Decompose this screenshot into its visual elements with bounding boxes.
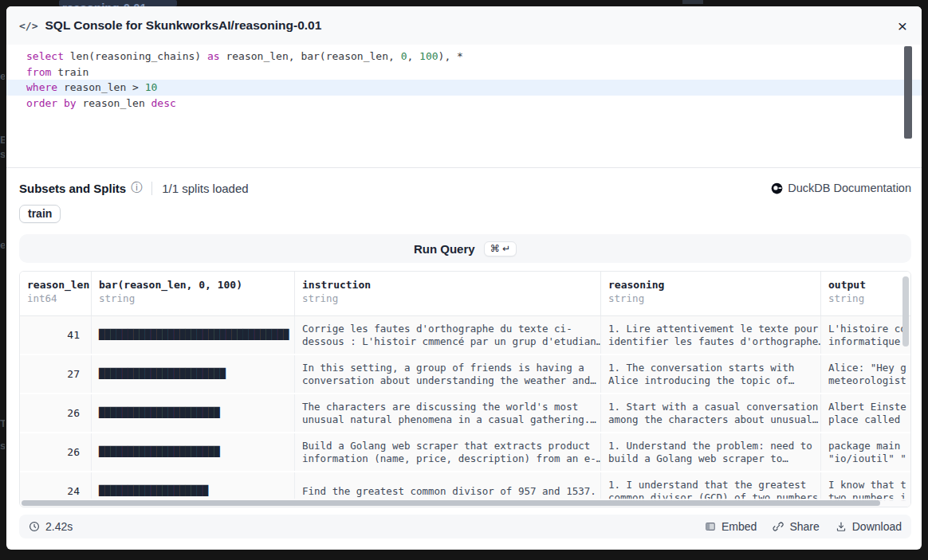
query-duration-value: 2.42s xyxy=(45,520,73,533)
close-icon[interactable]: × xyxy=(895,16,910,36)
table-vertical-scrollbar-thumb[interactable] xyxy=(902,276,909,347)
cell-bar-reason-len-0-100-[interactable]: ██████████████████████ xyxy=(92,355,295,393)
modal-header: </> SQL Console for SkunkworksAI/reasoni… xyxy=(6,6,922,45)
footer-actions: Embed Share Download xyxy=(705,520,902,533)
background-edge-letter: B xyxy=(0,134,5,146)
cell-reason-len[interactable]: 27 xyxy=(20,355,92,393)
background-edge-letter: s xyxy=(0,148,5,160)
divider xyxy=(151,182,152,195)
results-table: reason_lenint64bar(reason_len, 0, 100)st… xyxy=(19,271,911,507)
cell-bar-reason-len-0-100-[interactable]: █████████████████████ xyxy=(92,433,295,471)
table-horizontal-scrollbar-thumb[interactable] xyxy=(22,500,880,506)
column-header-reason-len: reason_lenint64 xyxy=(20,272,92,315)
sql-code-line: where reason_len > 10 xyxy=(6,80,922,96)
cell-instruction[interactable]: In this setting, a group of friends is h… xyxy=(295,355,601,393)
splits-chips: train xyxy=(19,205,911,223)
cell-reason-len[interactable]: 41 xyxy=(20,316,92,354)
background-edge-letter: T xyxy=(0,417,5,429)
table-row[interactable]: 27██████████████████████In this setting,… xyxy=(20,355,910,394)
cell-instruction[interactable]: The characters are discussing the world'… xyxy=(295,394,601,432)
table-row[interactable]: 41█████████████████████████████████Corri… xyxy=(20,316,910,355)
run-query-button[interactable]: Run Query ⌘ ↵ xyxy=(19,234,911,263)
cell-reasoning[interactable]: 1. Lire attentivement le texte pour iden… xyxy=(601,316,821,354)
cell-reasoning[interactable]: 1. The conversation starts with Alice in… xyxy=(601,355,821,393)
column-header-reasoning: reasoningstring xyxy=(601,272,821,315)
cell-bar-reason-len-0-100-[interactable]: █████████████████████████████████ xyxy=(92,316,295,354)
subsets-title: Subsets and Splits xyxy=(19,182,126,195)
clock-icon xyxy=(29,521,40,532)
cell-output[interactable]: Albert Einste place called xyxy=(821,394,911,432)
embed-icon xyxy=(705,521,716,532)
sql-console-modal: </> SQL Console for SkunkworksAI/reasoni… xyxy=(6,6,922,550)
code-icon: </> xyxy=(19,20,37,32)
table-body: 41█████████████████████████████████Corri… xyxy=(20,316,910,507)
sql-code-line: select len(reasoning_chains) as reason_l… xyxy=(6,49,922,65)
subsets-row: Subsets and Splits ⓘ 1/1 splits loaded D… xyxy=(19,181,911,195)
column-header-output: outputstring xyxy=(821,272,911,315)
table-horizontal-scrollbar[interactable] xyxy=(20,499,910,507)
cell-instruction[interactable]: Build a Golang web scraper that extracts… xyxy=(295,433,601,471)
cell-reason-len[interactable]: 26 xyxy=(20,433,92,471)
editor-scrollbar-thumb[interactable] xyxy=(904,46,912,139)
background-page-fragment xyxy=(682,0,703,4)
editor-scrollbar[interactable] xyxy=(904,46,912,164)
share-label: Share xyxy=(789,520,819,533)
download-icon xyxy=(836,521,847,532)
column-header-instruction: instructionstring xyxy=(295,272,601,315)
background-edge-letter: e xyxy=(0,70,5,82)
table-row[interactable]: 26█████████████████████The characters ar… xyxy=(20,394,910,433)
info-icon[interactable]: ⓘ xyxy=(131,181,142,195)
modal-title: SQL Console for SkunkworksAI/reasoning-0… xyxy=(45,18,321,33)
sql-editor[interactable]: select len(reasoning_chains) as reason_l… xyxy=(6,45,922,168)
keyboard-shortcut-badge: ⌘ ↵ xyxy=(484,241,517,257)
modal-body: Subsets and Splits ⓘ 1/1 splits loaded D… xyxy=(6,181,922,538)
results-footer: 2.42s Embed Share xyxy=(19,515,911,538)
background-edge-letter: s xyxy=(0,440,5,452)
duckdb-documentation-link[interactable]: DuckDB Documentation xyxy=(771,182,911,194)
background-page-title-fragment: reasoning-0.01 xyxy=(59,0,177,6)
cell-output[interactable]: package main "io/ioutil" " xyxy=(821,433,911,471)
column-header-bar-reason-len-0-100-: bar(reason_len, 0, 100)string xyxy=(92,272,295,315)
share-link-icon xyxy=(773,521,784,532)
query-duration: 2.42s xyxy=(29,520,73,533)
duckdb-documentation-label: DuckDB Documentation xyxy=(788,182,911,194)
cell-output[interactable]: Alice: "Hey g meteorologist xyxy=(821,355,911,393)
duckdb-logo-icon xyxy=(771,182,783,194)
run-query-label: Run Query xyxy=(414,242,475,256)
cell-reason-len[interactable]: 26 xyxy=(20,394,92,432)
share-button[interactable]: Share xyxy=(773,520,819,533)
background-edge-letter: e xyxy=(0,239,5,251)
download-button[interactable]: Download xyxy=(836,520,902,533)
download-label: Download xyxy=(852,520,902,533)
sql-code: select len(reasoning_chains) as reason_l… xyxy=(6,49,922,111)
cell-reasoning[interactable]: 1. Understand the problem: need to build… xyxy=(601,433,821,471)
cell-instruction[interactable]: Corrige les fautes d'orthographe du text… xyxy=(295,316,601,354)
embed-button[interactable]: Embed xyxy=(705,520,757,533)
sql-code-line: order by reason_len desc xyxy=(6,96,922,112)
sql-code-line: from train xyxy=(6,65,922,80)
splits-loaded-status: 1/1 splits loaded xyxy=(162,182,248,195)
split-chip-train[interactable]: train xyxy=(19,205,61,223)
table-header-row: reason_lenint64bar(reason_len, 0, 100)st… xyxy=(20,272,910,316)
cell-output[interactable]: L'histoire co informatique xyxy=(821,316,911,354)
table-row[interactable]: 26█████████████████████Build a Golang we… xyxy=(20,433,910,472)
embed-label: Embed xyxy=(722,520,757,533)
cell-reasoning[interactable]: 1. Start with a casual conversation amon… xyxy=(601,394,821,432)
cell-bar-reason-len-0-100-[interactable]: █████████████████████ xyxy=(92,394,295,432)
